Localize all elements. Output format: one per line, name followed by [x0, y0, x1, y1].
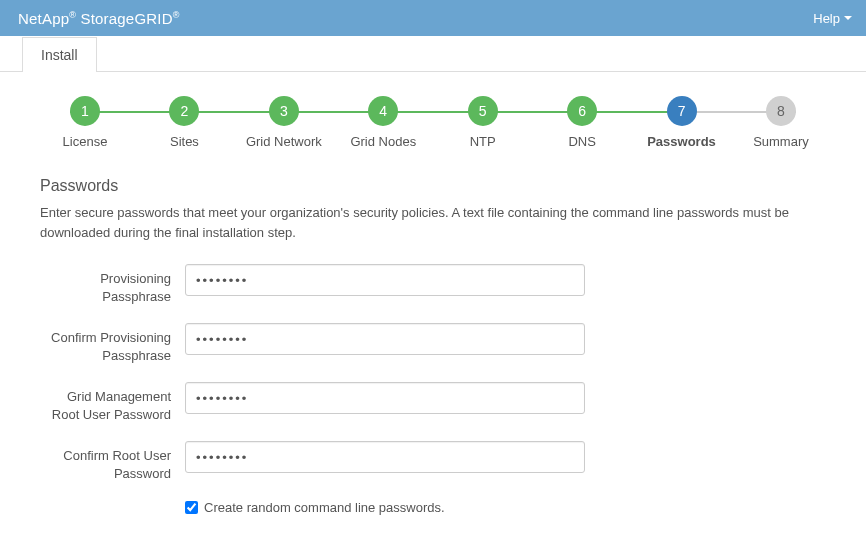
tabbar: Install	[0, 36, 866, 72]
step-circle: 7	[667, 96, 697, 126]
reg-mark-2: ®	[173, 10, 180, 20]
input-provisioning[interactable]	[185, 264, 585, 296]
step-label: Passwords	[647, 134, 716, 149]
app-header: NetApp® StorageGRID® Help	[0, 0, 866, 36]
step-label: Sites	[170, 134, 199, 149]
label-confirm-root: Confirm Root User Password	[40, 441, 185, 482]
step-dns[interactable]: 6 DNS	[537, 96, 627, 149]
input-confirm-root[interactable]	[185, 441, 585, 473]
label-random-passwords: Create random command line passwords.	[204, 500, 445, 515]
step-label: Summary	[753, 134, 809, 149]
input-confirm-provisioning[interactable]	[185, 323, 585, 355]
step-license[interactable]: 1 License	[40, 96, 130, 149]
label-confirm-provisioning: Confirm Provisioning Passphrase	[40, 323, 185, 364]
step-label: License	[63, 134, 108, 149]
step-label: DNS	[568, 134, 595, 149]
row-root: Grid Management Root User Password	[40, 382, 826, 423]
label-root: Grid Management Root User Password	[40, 382, 185, 423]
stepper: 1 License 2 Sites 3 Grid Network 4 Grid …	[40, 96, 826, 149]
help-menu[interactable]: Help	[813, 11, 852, 26]
input-root[interactable]	[185, 382, 585, 414]
step-sites[interactable]: 2 Sites	[139, 96, 229, 149]
brand: NetApp® StorageGRID®	[18, 10, 180, 27]
checkbox-random-passwords[interactable]	[185, 501, 198, 514]
step-passwords[interactable]: 7 Passwords	[637, 96, 727, 149]
label-provisioning: Provisioning Passphrase	[40, 264, 185, 305]
step-circle: 5	[468, 96, 498, 126]
step-circle: 1	[70, 96, 100, 126]
step-circle: 4	[368, 96, 398, 126]
row-confirm-provisioning: Confirm Provisioning Passphrase	[40, 323, 826, 364]
chevron-down-icon	[844, 16, 852, 20]
step-label: NTP	[470, 134, 496, 149]
brand-prefix: NetApp	[18, 10, 69, 27]
step-summary[interactable]: 8 Summary	[736, 96, 826, 149]
row-provisioning: Provisioning Passphrase	[40, 264, 826, 305]
step-grid-network[interactable]: 3 Grid Network	[239, 96, 329, 149]
step-circle: 2	[169, 96, 199, 126]
help-label: Help	[813, 11, 840, 26]
section-title: Passwords	[40, 177, 826, 195]
step-grid-nodes[interactable]: 4 Grid Nodes	[338, 96, 428, 149]
step-label: Grid Network	[246, 134, 322, 149]
step-circle: 8	[766, 96, 796, 126]
step-circle: 3	[269, 96, 299, 126]
brand-suffix: StorageGRID	[80, 10, 172, 27]
section-desc: Enter secure passwords that meet your or…	[40, 203, 826, 242]
reg-mark-1: ®	[69, 10, 76, 20]
tab-install[interactable]: Install	[22, 37, 97, 72]
row-confirm-root: Confirm Root User Password	[40, 441, 826, 482]
row-random-passwords: Create random command line passwords.	[185, 500, 826, 515]
step-label: Grid Nodes	[350, 134, 416, 149]
content: Passwords Enter secure passwords that me…	[0, 159, 866, 534]
step-circle: 6	[567, 96, 597, 126]
step-ntp[interactable]: 5 NTP	[438, 96, 528, 149]
